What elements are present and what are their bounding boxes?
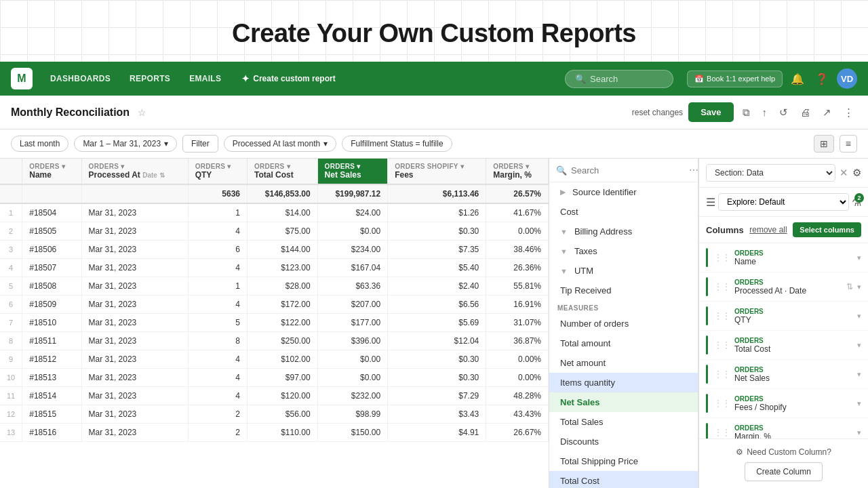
dropdown-item-source-identifier[interactable]: ▶ Source Identifier bbox=[549, 182, 698, 202]
custom-column-area: ⚙ Need Custom Column? Create Column bbox=[699, 439, 868, 488]
dropdown-item-cost[interactable]: Cost bbox=[549, 202, 698, 222]
dropdown-item-billing-address[interactable]: ▼ Billing Address bbox=[549, 222, 698, 241]
processed-filter-pill[interactable]: Processed At last month ▾ bbox=[224, 136, 336, 152]
cell-qty: 5 bbox=[188, 314, 247, 332]
settings-icon[interactable]: ⚙ bbox=[852, 167, 861, 179]
dropdown-label: Source Identifier bbox=[572, 187, 637, 197]
favorite-btn[interactable]: ☆ bbox=[138, 107, 146, 118]
more-options-icon[interactable]: ⋮ bbox=[840, 104, 857, 121]
drag-handle-icon[interactable]: ⋮⋮ bbox=[714, 253, 730, 262]
notifications-btn[interactable]: 🔔 bbox=[788, 70, 807, 88]
columns-toolbar: Columns remove all Select columns bbox=[699, 217, 868, 243]
nav-emails[interactable]: EMAILS bbox=[182, 70, 228, 87]
table-row: 9 #18512 Mar 31, 2023 4 $102.00 $0.00 $0… bbox=[0, 350, 549, 369]
dropdown-item-items-quantity[interactable]: Items quantity bbox=[549, 373, 698, 392]
share-icon[interactable]: ↑ bbox=[759, 104, 771, 121]
dropdown-item-net-sales[interactable]: Net Sales bbox=[549, 392, 698, 412]
cell-margin: 0.00% bbox=[486, 222, 549, 241]
nav-create-report[interactable]: ✦ Create custom report bbox=[233, 69, 343, 88]
col-name-label: Total Cost bbox=[734, 344, 853, 354]
dropdown-item-taxes[interactable]: ▼ Taxes bbox=[549, 241, 698, 261]
nav-dashboards[interactable]: DASHBOARDS bbox=[43, 70, 117, 87]
nav-logo[interactable]: M bbox=[11, 68, 33, 89]
cell-fees: $6.56 bbox=[388, 296, 486, 314]
explore-select[interactable]: Explore: Default bbox=[718, 193, 849, 211]
filter-button[interactable]: Filter bbox=[182, 135, 218, 152]
column-item-net-sales[interactable]: ⋮⋮ ORDERS Net Sales ▾ bbox=[699, 360, 868, 389]
drag-handle-icon[interactable]: ⋮⋮ bbox=[714, 282, 730, 291]
dropdown-item-number-orders[interactable]: Number of orders bbox=[549, 314, 698, 333]
list-icon: ☰ bbox=[706, 196, 715, 209]
grid-view-btn[interactable]: ⊞ bbox=[814, 135, 834, 152]
col-header-processed-at[interactable]: ORDERS ▾ Processed At Date ⇅ bbox=[81, 159, 188, 184]
drag-handle-icon[interactable]: ⋮⋮ bbox=[714, 428, 730, 437]
column-item-margin[interactable]: ⋮⋮ ORDERS Margin, % ▾ bbox=[699, 418, 868, 439]
save-button[interactable]: Save bbox=[688, 102, 733, 122]
column-item-fees-shopify[interactable]: ⋮⋮ ORDERS Fees / Shopify ▾ bbox=[699, 389, 868, 418]
col-header-total-cost[interactable]: ORDERS ▾ Total Cost bbox=[247, 159, 317, 184]
col-header-name[interactable]: ORDERS ▾ Name bbox=[22, 159, 81, 184]
column-item-name[interactable]: ⋮⋮ ORDERS Name ▾ bbox=[699, 243, 868, 272]
col-active-indicator bbox=[706, 365, 708, 384]
export-copy-icon[interactable]: ⧉ bbox=[739, 104, 753, 121]
column-item-processed-at[interactable]: ⋮⋮ ORDERS Processed At · Date ⇅ ▾ bbox=[699, 272, 868, 302]
cell-name: #18513 bbox=[22, 369, 81, 387]
cell-net: $0.00 bbox=[317, 369, 388, 387]
dropdown-label: Number of orders bbox=[560, 319, 629, 329]
cell-name: #18505 bbox=[22, 222, 81, 241]
open-external-icon[interactable]: ↗ bbox=[819, 104, 835, 121]
col-group-pa: ORDERS ▾ bbox=[89, 163, 181, 170]
select-columns-btn[interactable]: Select columns bbox=[793, 222, 861, 237]
filter-columns-btn[interactable]: ⚗ 2 bbox=[852, 196, 861, 209]
filter-badge: 2 bbox=[854, 193, 864, 203]
field-search-input[interactable] bbox=[571, 165, 685, 176]
section-select[interactable]: Section: Data bbox=[706, 164, 835, 182]
dropdown-item-total-sales[interactable]: Total Sales bbox=[549, 412, 698, 432]
drag-handle-icon[interactable]: ⋮⋮ bbox=[714, 340, 730, 350]
dropdown-item-total-amount[interactable]: Total amount bbox=[549, 333, 698, 353]
col-header-qty[interactable]: ORDERS ▾ QTY bbox=[188, 159, 247, 184]
remove-all-btn[interactable]: remove all bbox=[749, 225, 787, 235]
date-range-pill[interactable]: Mar 1 – Mar 31, 2023 ▾ bbox=[74, 136, 177, 152]
nav-reports[interactable]: REPORTS bbox=[123, 70, 177, 87]
reset-changes-btn[interactable]: reset changes bbox=[632, 108, 683, 117]
column-item-total-cost[interactable]: ⋮⋮ ORDERS Total Cost ▾ bbox=[699, 331, 868, 360]
book-expert-btn[interactable]: 📅 Book 1:1 expert help bbox=[687, 70, 783, 87]
drag-handle-icon[interactable]: ⋮⋮ bbox=[714, 311, 730, 321]
cell-fees: $0.30 bbox=[388, 369, 486, 387]
col-header-net-sales[interactable]: ORDERS ▾ Net Sales bbox=[317, 159, 388, 184]
more-options-icon[interactable]: ⋯ bbox=[689, 165, 698, 176]
col-label-margin: Margin, % bbox=[493, 170, 541, 180]
close-panel-icon[interactable]: ✕ bbox=[840, 167, 848, 179]
dropdown-item-utm[interactable]: ▼ UTM bbox=[549, 261, 698, 281]
dropdown-item-tip-received[interactable]: Tip Received bbox=[549, 281, 698, 300]
dropdown-item-net-amount[interactable]: Net amount bbox=[549, 353, 698, 373]
dropdown-item-shipping-price[interactable]: Total Shipping Price bbox=[549, 451, 698, 471]
column-item-qty[interactable]: ⋮⋮ ORDERS QTY ▾ bbox=[699, 302, 868, 331]
col-header-margin[interactable]: ORDERS ▾ Margin, % bbox=[486, 159, 549, 184]
print-icon[interactable]: 🖨 bbox=[797, 104, 814, 121]
col-name-label: Margin, % bbox=[734, 432, 853, 439]
help-btn[interactable]: ❓ bbox=[812, 70, 831, 88]
dropdown-item-total-cost[interactable]: Total Cost bbox=[549, 471, 698, 488]
drag-handle-icon[interactable]: ⋮⋮ bbox=[714, 399, 730, 408]
cell-cost: $122.00 bbox=[247, 314, 317, 332]
last-month-pill[interactable]: Last month bbox=[11, 136, 68, 152]
sort-icon[interactable]: ⇅ bbox=[846, 282, 853, 291]
user-avatar[interactable]: VD bbox=[837, 68, 857, 89]
cell-cost: $14.00 bbox=[247, 203, 317, 222]
col-label-name: Name bbox=[29, 170, 74, 180]
nav-search-bar[interactable]: 🔍 Search bbox=[565, 70, 673, 88]
cell-net: $63.36 bbox=[317, 277, 388, 296]
cell-name: #18507 bbox=[22, 259, 81, 277]
summary-net: $199,987.12 bbox=[317, 184, 388, 203]
expand-icon: ▼ bbox=[560, 267, 568, 275]
create-column-btn[interactable]: Create Column bbox=[745, 462, 823, 481]
col-header-fees[interactable]: ORDERS Shopify ▾ Fees bbox=[388, 159, 486, 184]
cell-fees: $5.69 bbox=[388, 314, 486, 332]
fulfillment-filter-pill[interactable]: Fulfillment Status = fulfille bbox=[342, 136, 452, 152]
drag-handle-icon[interactable]: ⋮⋮ bbox=[714, 369, 730, 379]
undo-icon[interactable]: ↺ bbox=[776, 104, 791, 121]
list-view-btn[interactable]: ≡ bbox=[840, 135, 857, 152]
dropdown-item-discounts[interactable]: Discounts bbox=[549, 432, 698, 451]
